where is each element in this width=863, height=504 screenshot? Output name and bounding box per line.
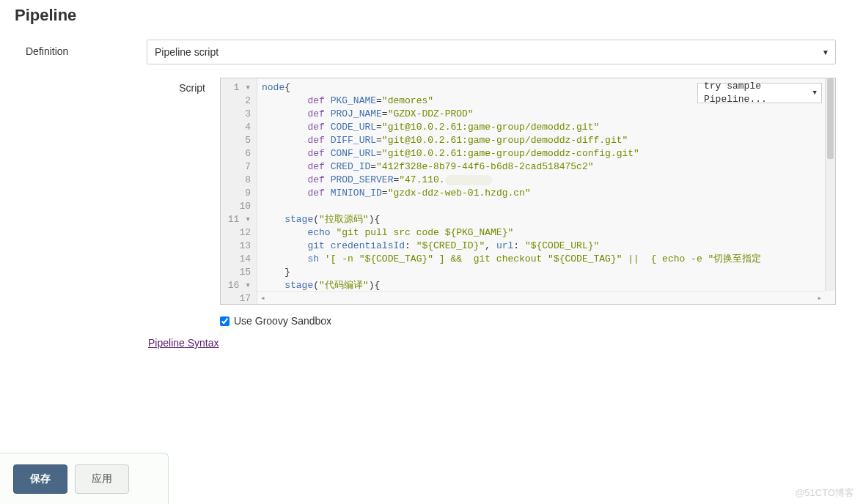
gutter-line: 2 [221,94,251,108]
gutter-line: 8 [221,174,251,187]
save-button[interactable]: 保存 [13,464,67,494]
gutter-line: 3 [221,108,251,121]
code-line: def CONF_URL="git@10.0.2.61:game-group/d… [262,147,831,160]
gutter-line: 17 [221,292,251,305]
code-line: def MINION_ID="gzdx-ddz-web-01.hzdg.cn" [262,187,831,200]
gutter-line: 9 [221,187,251,200]
script-label: Script [15,78,220,305]
gutter-line: 7 [221,160,251,174]
gutter-line: 15 [221,266,251,279]
sandbox-row: Use Groovy Sandbox [220,315,848,327]
footer-panel: 保存 应用 [0,453,169,504]
apply-button[interactable]: 应用 [75,464,129,494]
gutter-line: 11 ▾ [221,213,251,226]
code-line: echo "git pull src code ${PKG_NAME}" [262,226,831,240]
gutter-line: 5 [221,134,251,147]
code-line [262,200,831,213]
vertical-scrollbar[interactable] [825,78,835,291]
gutter-line: 4 [221,121,251,134]
gutter-line: 14 [221,253,251,266]
script-row: Script 1 ▾234567891011 ▾1213141516 ▾17 n… [15,78,848,305]
definition-select-value: Pipeline script [155,46,218,58]
code-line: def CODE_URL="git@10.0.2.61:game-group/d… [262,121,831,134]
definition-label: Definition [15,40,147,64]
scroll-right-icon[interactable]: ▸ [817,292,822,305]
code-line: def PROJ_NAME="GZDX-DDZ-PROD" [262,108,831,121]
pipeline-syntax-link[interactable]: Pipeline Syntax [148,337,219,349]
gutter-line: 1 ▾ [221,81,251,94]
code-line: def DIFF_URL="git@10.0.2.61:game-group/d… [262,134,831,147]
sample-pipeline-label: try sample Pipeline... [704,80,805,106]
code-line: def CRED_ID="412f328e-8b79-44f6-b6d8-2ca… [262,160,831,174]
watermark: @51CTO博客 [795,486,854,500]
gutter-line: 6 [221,147,251,160]
horizontal-scrollbar[interactable]: ◂ ▸ [257,291,825,304]
definition-row: Definition Pipeline script [15,40,848,64]
gutter-line: 13 [221,240,251,253]
gutter-line: 10 [221,200,251,213]
editor-code[interactable]: node{ def PKG_NAME="demores" def PROJ_NA… [257,78,835,304]
sandbox-label: Use Groovy Sandbox [234,315,331,327]
editor-gutter: 1 ▾234567891011 ▾1213141516 ▾17 [221,78,257,304]
sample-pipeline-select[interactable]: try sample Pipeline... [697,83,822,103]
scroll-left-icon[interactable]: ◂ [260,292,265,305]
code-line: def PROD_SERVER="47.110. [262,174,831,187]
definition-select[interactable]: Pipeline script [147,40,836,64]
code-line: sh '[ -n "${CODE_TAG}" ] && git checkout… [262,253,831,266]
vertical-scrollbar-thumb[interactable] [827,78,834,159]
section-title: Pipeline [15,6,848,25]
code-line: } [262,266,831,279]
gutter-line: 16 ▾ [221,279,251,292]
sandbox-checkbox[interactable] [220,316,229,326]
pipeline-syntax-row: Pipeline Syntax [148,337,848,349]
gutter-line: 12 [221,226,251,240]
code-line: stage("拉取源码"){ [262,213,831,226]
script-editor[interactable]: 1 ▾234567891011 ▾1213141516 ▾17 node{ de… [220,78,836,305]
code-line: git credentialsId: "${CRED_ID}", url: "$… [262,240,831,253]
